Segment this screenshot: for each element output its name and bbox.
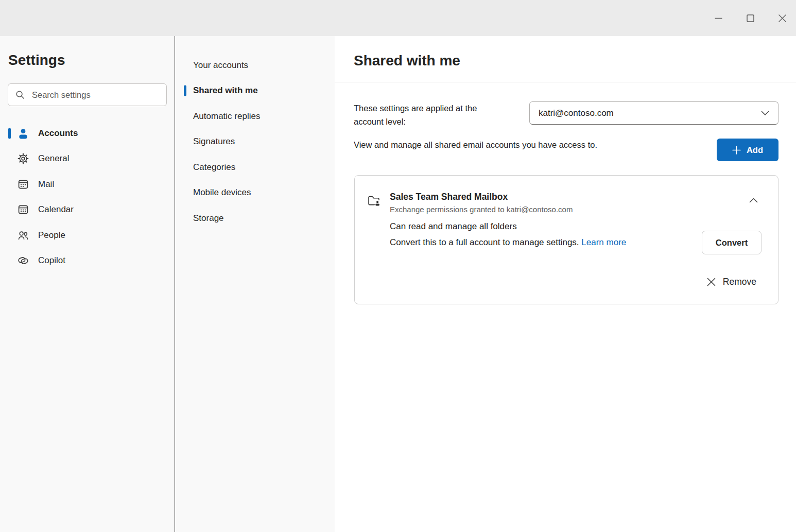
search-settings-input[interactable] — [31, 90, 160, 100]
dismiss-icon — [707, 278, 716, 286]
minimize-button[interactable] — [706, 6, 730, 30]
subnav-item-categories[interactable]: Categories — [175, 155, 335, 180]
sidebar-item-copilot[interactable]: Copilot — [0, 248, 175, 274]
sidebar-item-calendar[interactable]: Calendar — [0, 197, 175, 223]
sidebar-item-general[interactable]: General — [0, 146, 175, 172]
search-icon — [15, 90, 25, 100]
remove-button-label: Remove — [723, 277, 756, 287]
person-icon — [18, 128, 29, 139]
copilot-icon — [18, 255, 29, 266]
maximize-icon — [747, 14, 754, 22]
convert-hint-line: Convert this to a full account to manage… — [390, 237, 626, 248]
minimize-icon — [715, 14, 722, 22]
sidebar-item-people[interactable]: People — [0, 222, 175, 248]
subnav-item-label: Automatic replies — [193, 111, 260, 122]
shared-folder-icon — [367, 194, 380, 207]
collapse-card-button[interactable] — [746, 193, 760, 208]
subnav-item-label: Your accounts — [193, 60, 248, 71]
sidebar-item-label: Mail — [38, 179, 54, 190]
mailbox-title: Sales Team Shared Mailbox — [390, 192, 508, 202]
shared-with-me-panel: Shared with me These settings are applie… — [335, 36, 796, 532]
search-settings-box[interactable] — [8, 83, 167, 106]
account-selector-value: katri@contoso.com — [539, 108, 614, 118]
subnav-item-label: Storage — [193, 213, 224, 224]
sidebar-item-label: General — [38, 153, 69, 164]
account-scope-label: These settings are applied at the accoun… — [354, 101, 497, 128]
chevron-up-icon — [749, 198, 758, 203]
account-selector-dropdown[interactable]: katri@contoso.com — [529, 101, 778, 125]
add-button-label: Add — [747, 145, 763, 155]
sidebar-item-mail[interactable]: Mail — [0, 171, 175, 197]
mailbox-subtitle: Exchange permissions granted to katri@co… — [390, 205, 573, 214]
add-button[interactable]: Add — [717, 139, 778, 161]
selected-indicator — [184, 85, 186, 96]
learn-more-link[interactable]: Learn more — [581, 237, 626, 247]
accounts-subnav: Your accounts Shared with me Automatic r… — [175, 36, 335, 532]
selected-indicator — [8, 128, 11, 139]
subnav-item-label: Categories — [193, 162, 235, 173]
page-title: Shared with me — [354, 50, 460, 71]
subnav-item-label: Signatures — [193, 136, 235, 147]
gear-icon — [18, 153, 29, 164]
mail-icon — [18, 179, 29, 190]
close-icon — [778, 14, 786, 22]
settings-sidebar: Settings Accounts — [0, 36, 175, 532]
maximize-button[interactable] — [738, 6, 762, 30]
calendar-icon — [18, 204, 29, 215]
people-icon — [18, 230, 29, 241]
subnav-item-shared-with-me[interactable]: Shared with me — [175, 78, 335, 104]
sidebar-item-label: Copilot — [38, 255, 65, 266]
chevron-down-icon — [761, 111, 769, 116]
subnav-item-signatures[interactable]: Signatures — [175, 129, 335, 155]
sidebar-item-label: Calendar — [38, 204, 74, 215]
remove-button[interactable]: Remove — [707, 273, 756, 290]
sidebar-item-label: People — [38, 230, 65, 241]
settings-window: Settings Accounts — [0, 36, 796, 532]
header-divider — [335, 82, 796, 82]
sidebar-item-label: Accounts — [38, 128, 78, 139]
panel-description: View and manage all shared email account… — [354, 140, 597, 150]
settings-nav: Accounts General — [0, 121, 175, 273]
convert-button[interactable]: Convert — [702, 231, 762, 254]
window-titlebar — [0, 0, 796, 36]
settings-title: Settings — [8, 50, 175, 70]
subnav-item-label: Shared with me — [193, 85, 258, 96]
sidebar-item-accounts[interactable]: Accounts — [0, 121, 175, 146]
subnav-item-your-accounts[interactable]: Your accounts — [175, 53, 335, 78]
close-button[interactable] — [770, 6, 794, 30]
mailbox-permission-text: Can read and manage all folders — [390, 221, 517, 232]
shared-mailbox-card: Sales Team Shared Mailbox Exchange permi… — [354, 175, 778, 304]
convert-hint-text: Convert this to a full account to manage… — [390, 237, 579, 247]
plus-icon — [732, 146, 741, 155]
subnav-item-label: Mobile devices — [193, 187, 251, 198]
subnav-item-automatic-replies[interactable]: Automatic replies — [175, 104, 335, 129]
subnav-item-storage[interactable]: Storage — [175, 205, 335, 231]
subnav-item-mobile-devices[interactable]: Mobile devices — [175, 180, 335, 206]
